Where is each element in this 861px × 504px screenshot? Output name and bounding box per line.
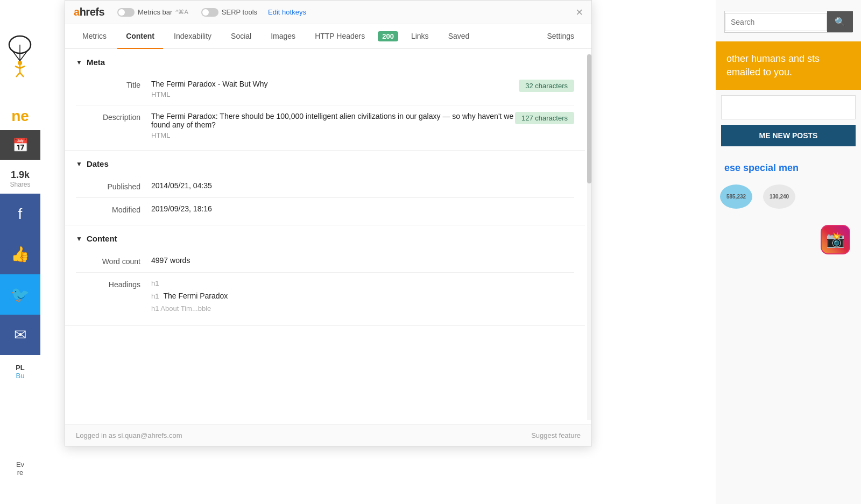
logo-hrefs: hrefs (80, 6, 104, 18)
logo-icon (5, 35, 35, 78)
twitter-button[interactable]: 🐦 (0, 274, 40, 315)
word-count-row: Word count 4997 words (65, 250, 585, 272)
metrics-bar-toggle[interactable] (117, 8, 135, 17)
shares-count: 1.9k (10, 169, 30, 181)
tab-http-headers[interactable]: HTTP Headers (306, 24, 373, 49)
title-html-tag: HTML (151, 90, 519, 98)
email-subscribe-input[interactable] (721, 95, 856, 119)
headings-value: h1 h1 The Fermi Paradox h1 About Tim...b… (151, 279, 574, 315)
word-count-value: 4997 words (151, 256, 574, 265)
re-text: re (17, 468, 24, 477)
subscribe-button[interactable]: ME NEW POSTS (721, 125, 856, 146)
panel-tabs: Metrics Content Indexability Social Imag… (65, 24, 591, 49)
suggest-feature-link[interactable]: Suggest feature (531, 431, 581, 439)
description-value-group: The Fermi Paradox: There should be 100,0… (151, 112, 574, 139)
meta-arrow-icon: ▼ (76, 59, 82, 66)
tab-images[interactable]: Images (262, 24, 304, 49)
dates-section-header[interactable]: ▼ Dates (65, 151, 585, 175)
dates-section: ▼ Dates Published 2014/05/21, 04:35 Modi… (65, 151, 585, 225)
site-logo (0, 0, 40, 108)
svg-line-9 (20, 73, 24, 77)
metrics-bar-toggle-group: Metrics bar ^⌘A (117, 8, 188, 17)
serp-tools-label: SERP tools (222, 8, 257, 16)
headings-label: Headings (76, 279, 140, 289)
special-men-heading: ese special men (716, 152, 861, 179)
scroll-track[interactable] (587, 54, 591, 420)
h1-more-partial: h1 About Tim...bble (151, 304, 574, 315)
close-button[interactable]: × (576, 6, 583, 18)
search-button[interactable]: 🔍 (827, 11, 853, 32)
instagram-area: 📸 (716, 214, 861, 254)
content-section-header[interactable]: ▼ Content (65, 225, 585, 250)
panel-header: ahrefs Metrics bar ^⌘A SERP tools Edit h… (65, 1, 591, 24)
social-sidebar: ne 📅 1.9k Shares f 👍 🐦 ✉ PL Bu Ev re (0, 0, 40, 504)
tab-indexability[interactable]: Indexability (165, 24, 220, 49)
word-count-label: Word count (76, 256, 140, 266)
svg-line-7 (20, 66, 25, 68)
site-name-partial: ne (11, 108, 29, 125)
serp-tools-toggle-group: SERP tools (201, 8, 257, 17)
tab-200[interactable]: 200 (376, 26, 400, 47)
title-text: The Fermi Paradox - Wait But Why (151, 80, 519, 88)
edit-hotkeys-link[interactable]: Edit hotkeys (268, 8, 306, 16)
content-section: ▼ Content Word count 4997 words Headings… (65, 225, 585, 326)
email-button[interactable]: ✉ (0, 315, 40, 355)
ahrefs-logo: ahrefs (74, 6, 104, 18)
panel-content: ▼ Meta Title The Fermi Paradox - Wait Bu… (65, 49, 591, 446)
serp-tools-toggle[interactable] (201, 8, 218, 17)
like-button[interactable]: 👍 (0, 234, 40, 274)
footer-login-text: Logged in as si.quan@ahrefs.com (76, 431, 182, 439)
description-text: The Fermi Paradox: There should be 100,0… (151, 112, 515, 129)
scroll-thumb[interactable] (587, 54, 591, 183)
svg-line-8 (16, 73, 20, 77)
search-input[interactable] (725, 13, 827, 31)
meta-section-header[interactable]: ▼ Meta (65, 49, 585, 73)
title-char-badge: 32 characters (519, 80, 574, 92)
svg-line-1 (12, 50, 20, 61)
svg-point-4 (18, 61, 22, 65)
modified-row: Modified 2019/09/23, 18:16 (65, 198, 585, 221)
calendar-icon: 📅 (12, 138, 29, 153)
h1-prefix: h1 (151, 292, 159, 300)
description-html-tag: HTML (151, 131, 515, 139)
pl-text-partial: PL (16, 364, 25, 372)
published-value: 2014/05/21, 04:35 (151, 181, 574, 190)
social-buttons-group: f 👍 🐦 ✉ (0, 194, 40, 355)
calendar-bar: 📅 (0, 130, 40, 160)
svg-line-2 (20, 50, 28, 61)
instagram-icon[interactable]: 📸 (821, 225, 850, 254)
tab-content[interactable]: Content (117, 24, 163, 49)
bubble-2-icon: 130,240 (763, 184, 795, 209)
bubble-count-1: 585,232 (720, 184, 752, 209)
tab-metrics[interactable]: Metrics (74, 24, 115, 49)
description-char-badge: 127 characters (515, 112, 574, 124)
description-label: Description (76, 112, 140, 122)
logo-a: a (74, 6, 80, 18)
published-row: Published 2014/05/21, 04:35 (65, 175, 585, 197)
bu-link-partial[interactable]: Bu (16, 372, 25, 380)
bubble-counts: 585,232 130,240 (716, 179, 861, 214)
facebook-button[interactable]: f (0, 194, 40, 234)
tab-settings[interactable]: Settings (538, 24, 583, 49)
orange-banner: other humans and sts emailed to you. (716, 41, 861, 90)
tab-social[interactable]: Social (222, 24, 260, 49)
search-area: 🔍 (716, 0, 861, 41)
tab-links[interactable]: Links (403, 24, 437, 49)
published-label: Published (76, 181, 140, 191)
title-label: Title (76, 80, 140, 89)
shares-label: Shares (10, 181, 30, 188)
content-arrow-icon: ▼ (76, 235, 82, 243)
meta-section: ▼ Meta Title The Fermi Paradox - Wait Bu… (65, 49, 585, 151)
h1-heading-text: The Fermi Paradox (163, 292, 228, 300)
ahrefs-panel: ahrefs Metrics bar ^⌘A SERP tools Edit h… (65, 0, 592, 446)
tab-saved[interactable]: Saved (440, 24, 478, 49)
h1-heading-entry: h1 The Fermi Paradox (151, 292, 574, 300)
svg-line-6 (15, 66, 20, 68)
shares-display: 1.9k Shares (10, 160, 30, 194)
search-container: 🔍 (724, 11, 852, 33)
orange-text: other humans and sts emailed to you. (726, 52, 850, 79)
dates-section-title: Dates (87, 159, 109, 168)
content-section-title: Content (87, 234, 117, 243)
headings-h1-tag: h1 (151, 279, 574, 287)
bubble-1-icon: 585,232 (720, 184, 752, 209)
